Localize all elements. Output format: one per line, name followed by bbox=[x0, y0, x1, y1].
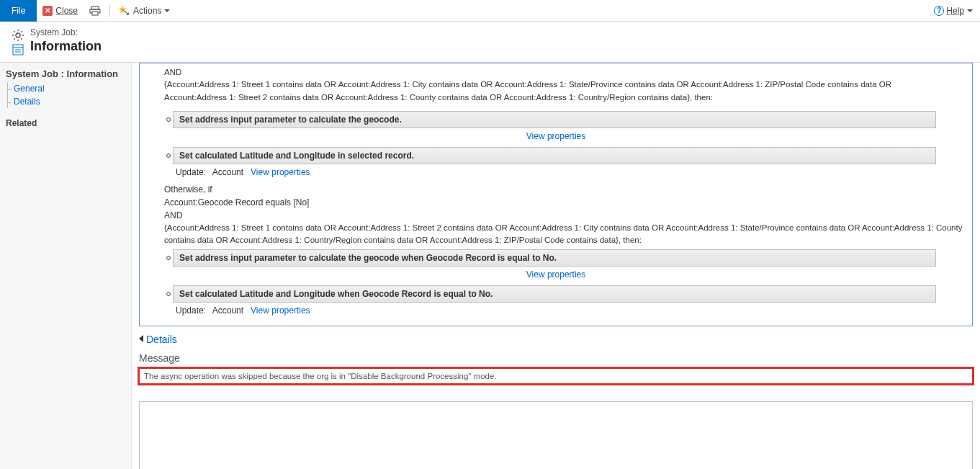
nav-general[interactable]: General bbox=[14, 82, 125, 95]
print-icon bbox=[89, 5, 101, 17]
bullet-icon bbox=[164, 249, 173, 267]
print-button[interactable] bbox=[84, 0, 107, 22]
and-label: AND bbox=[164, 68, 181, 76]
step-title: Set calculated Latitude and Longitude wh… bbox=[173, 285, 936, 303]
actions-label: Actions bbox=[133, 6, 161, 16]
actions-menu[interactable]: ★↘ Actions bbox=[113, 0, 176, 22]
step-link-row: View properties bbox=[144, 128, 968, 144]
view-properties-link[interactable]: View properties bbox=[251, 167, 310, 177]
condition-text: {Account:Address 1: Street 1 contains da… bbox=[164, 80, 891, 101]
gear-icon bbox=[12, 29, 24, 42]
workflow-step: Set calculated Latitude and Longitude wh… bbox=[164, 285, 968, 303]
details-section-toggle[interactable]: Details bbox=[139, 334, 177, 345]
and-label: AND bbox=[164, 210, 182, 220]
ribbon-divider bbox=[109, 4, 110, 17]
svg-line-10 bbox=[14, 38, 15, 40]
message-heading: Message bbox=[139, 352, 973, 364]
actions-icon: ★↘ bbox=[119, 5, 130, 17]
close-button[interactable]: ✕ Close bbox=[37, 0, 84, 22]
view-properties-link[interactable]: View properties bbox=[251, 305, 310, 316]
svg-line-8 bbox=[14, 31, 15, 32]
close-icon: ✕ bbox=[42, 6, 53, 16]
update-value: Account bbox=[212, 305, 243, 316]
help-label: Help bbox=[946, 6, 964, 16]
svg-point-3 bbox=[16, 33, 20, 37]
condition-text: {Account:Address 1: Street 1 contains da… bbox=[164, 222, 968, 247]
main-scroll[interactable]: AND {Account:Address 1: Street 1 contain… bbox=[132, 63, 980, 469]
caret-down-icon bbox=[164, 9, 170, 12]
close-label: Close bbox=[55, 6, 78, 16]
help-menu[interactable]: ? Help bbox=[934, 6, 980, 16]
update-label: Update: bbox=[176, 167, 206, 177]
step-sub: Update: Account View properties bbox=[176, 164, 968, 180]
svg-line-9 bbox=[21, 38, 22, 40]
form-icon bbox=[12, 43, 24, 56]
help-icon: ? bbox=[934, 6, 944, 16]
detail-text-area[interactable] bbox=[139, 401, 973, 469]
top-ribbon: File ✕ Close ★↘ Actions ? Help bbox=[0, 0, 980, 22]
bullet-icon bbox=[164, 111, 173, 128]
svg-rect-0 bbox=[91, 6, 99, 9]
header-icons bbox=[6, 29, 30, 56]
breadcrumb: System Job: bbox=[30, 27, 102, 37]
nav-details[interactable]: Details bbox=[14, 95, 125, 108]
bullet-icon bbox=[164, 147, 173, 164]
step-sub: Update: Account View properties bbox=[176, 303, 968, 318]
message-text-box[interactable]: The async operation was skipped because … bbox=[139, 368, 973, 384]
page-title: Information bbox=[30, 39, 102, 54]
workflow-step: Set calculated Latitude and Longitude in… bbox=[164, 147, 968, 164]
step-title: Set address input parameter to calculate… bbox=[173, 111, 936, 128]
workflow-step: Set address input parameter to calculate… bbox=[164, 111, 968, 128]
step-title: Set address input parameter to calculate… bbox=[173, 249, 936, 267]
leftnav-title: System Job : Information bbox=[6, 68, 125, 79]
svg-line-11 bbox=[21, 31, 22, 32]
caret-down-icon bbox=[967, 9, 973, 12]
main-panel: AND {Account:Address 1: Street 1 contain… bbox=[132, 63, 980, 469]
update-label: Update: bbox=[176, 305, 206, 316]
view-properties-link[interactable]: View properties bbox=[526, 131, 586, 141]
workflow-steps-block: AND {Account:Address 1: Street 1 contain… bbox=[139, 63, 973, 326]
update-value: Account bbox=[212, 167, 243, 177]
step-link-row: View properties bbox=[144, 267, 968, 282]
step-title: Set calculated Latitude and Longitude in… bbox=[173, 147, 936, 164]
record-header: System Job: Information bbox=[0, 22, 980, 63]
view-properties-link[interactable]: View properties bbox=[526, 269, 586, 280]
condition-text: Account:Geocode Record equals [No] bbox=[164, 197, 309, 207]
chevron-left-icon bbox=[139, 335, 143, 342]
otherwise-label: Otherwise, if bbox=[164, 184, 212, 195]
svg-rect-2 bbox=[92, 12, 98, 15]
file-menu[interactable]: File bbox=[0, 0, 37, 22]
left-navigation: System Job : Information General Details… bbox=[0, 63, 132, 469]
bullet-icon bbox=[164, 285, 173, 303]
nav-related[interactable]: Related bbox=[6, 118, 125, 128]
workflow-step: Set address input parameter to calculate… bbox=[164, 249, 968, 267]
message-text: The async operation was skipped because … bbox=[144, 372, 497, 380]
